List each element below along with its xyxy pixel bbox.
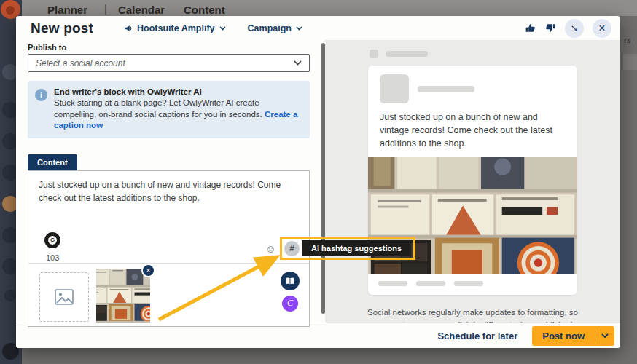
thumbs-down-button[interactable] xyxy=(544,23,556,34)
owlywriter-title: End writer's block with OwlyWriter AI xyxy=(54,87,301,96)
bg-tab-content[interactable]: Content xyxy=(184,4,225,16)
social-account-select[interactable]: Select a social account xyxy=(28,54,310,72)
editor-divider xyxy=(28,263,309,264)
hashtag-suggestions-button[interactable]: # xyxy=(284,241,300,256)
tutorial-highlight-box: # AI hashtag suggestions xyxy=(280,237,415,260)
owlywriter-body: Stuck staring at a blank page? Let OwlyW… xyxy=(54,98,301,132)
chevron-down-icon xyxy=(219,26,226,31)
chevron-down-icon xyxy=(601,333,609,339)
bg-truncated-control xyxy=(623,54,637,70)
hashtag-icon: # xyxy=(289,243,294,253)
emoji-icon: ☺ xyxy=(265,242,276,255)
post-text[interactable]: Just stocked up on a bunch of new and vi… xyxy=(39,178,299,205)
thumbs-up-icon xyxy=(525,23,536,33)
sidebar-icon[interactable] xyxy=(4,290,16,301)
records-photo-thumbnail xyxy=(96,269,150,323)
new-post-modal: New post Hootsuite Amplify Campaign xyxy=(16,16,620,348)
tab-content[interactable]: Content xyxy=(28,154,77,170)
add-media-button[interactable] xyxy=(39,272,89,322)
character-count: 103 xyxy=(46,253,59,262)
composer-pane: Publish to Select a social account i End… xyxy=(16,40,321,323)
image-placeholder-icon xyxy=(55,289,74,305)
background-top-nav: Planner | Calendar Content xyxy=(0,0,637,16)
canva-icon: C xyxy=(287,298,293,309)
scrollbar-thumb[interactable] xyxy=(321,43,325,314)
page-title: New post xyxy=(31,20,93,36)
grammarly-icon[interactable]: G xyxy=(44,232,60,248)
post-now-button[interactable]: Post now xyxy=(532,326,595,346)
preview-network-skeleton xyxy=(370,50,620,58)
publish-to-label: Publish to xyxy=(28,43,310,52)
post-now-split-button[interactable]: Post now xyxy=(532,326,614,346)
diagonal-arrow-icon: ↘ xyxy=(571,23,579,33)
media-thumbnail[interactable]: × xyxy=(96,269,150,323)
preview-post-text: Just stocked up on a bunch of new and vi… xyxy=(368,109,577,157)
post-preview-card: Just stocked up on a bunch of new and vi… xyxy=(368,66,577,295)
media-tray: × xyxy=(39,272,150,323)
preview-disclaimer: Social networks regularly make updates t… xyxy=(360,306,586,323)
campaign-dropdown[interactable]: Campaign xyxy=(248,23,302,33)
bg-tab-calendar[interactable]: Calendar xyxy=(118,4,165,16)
canva-button[interactable]: C xyxy=(282,296,298,312)
network-name-skeleton xyxy=(386,51,428,57)
preview-username-skeleton xyxy=(418,86,474,92)
campaign-label: Campaign xyxy=(248,23,292,33)
remove-media-button[interactable]: × xyxy=(141,264,155,277)
preview-actions-skeleton xyxy=(368,274,577,295)
post-options-button[interactable] xyxy=(595,326,614,346)
schedule-for-later-button[interactable]: Schedule for later xyxy=(437,331,517,341)
preview-avatar-skeleton xyxy=(380,74,409,103)
amplify-label: Hootsuite Amplify xyxy=(137,23,214,33)
chevron-down-icon xyxy=(294,60,302,66)
bg-truncated-text: rs xyxy=(624,36,630,44)
owlywriter-banner: i End writer's block with OwlyWriter AI … xyxy=(28,81,310,138)
thumbs-down-icon xyxy=(545,23,556,33)
social-account-placeholder: Select a social account xyxy=(36,58,294,68)
close-icon: × xyxy=(146,266,150,274)
bg-tab-divider: | xyxy=(104,3,107,15)
emoji-picker-button[interactable]: ☺ xyxy=(265,242,277,255)
open-book-icon xyxy=(285,277,295,285)
composer-scrollbar[interactable] xyxy=(321,40,325,323)
amplify-icon xyxy=(124,24,133,33)
thumbs-up-button[interactable] xyxy=(524,23,536,34)
info-icon: i xyxy=(35,89,47,101)
network-avatar-skeleton xyxy=(370,50,378,58)
close-icon: × xyxy=(598,22,605,35)
hashtag-suggestion-callout: ☺ # AI hashtag suggestions xyxy=(265,237,415,260)
preview-pane: Just stocked up on a bunch of new and vi… xyxy=(325,40,620,323)
expand-button[interactable]: ↘ xyxy=(565,19,584,38)
content-library-button[interactable] xyxy=(281,272,300,290)
hashtag-tooltip: AI hashtag suggestions xyxy=(302,240,411,256)
bg-tab-planner[interactable]: Planner xyxy=(47,4,87,16)
chevron-down-icon xyxy=(296,26,302,31)
close-button[interactable]: × xyxy=(593,19,611,38)
amplify-dropdown[interactable]: Hootsuite Amplify xyxy=(124,23,225,33)
modal-header: New post Hootsuite Amplify Campaign xyxy=(16,16,620,40)
